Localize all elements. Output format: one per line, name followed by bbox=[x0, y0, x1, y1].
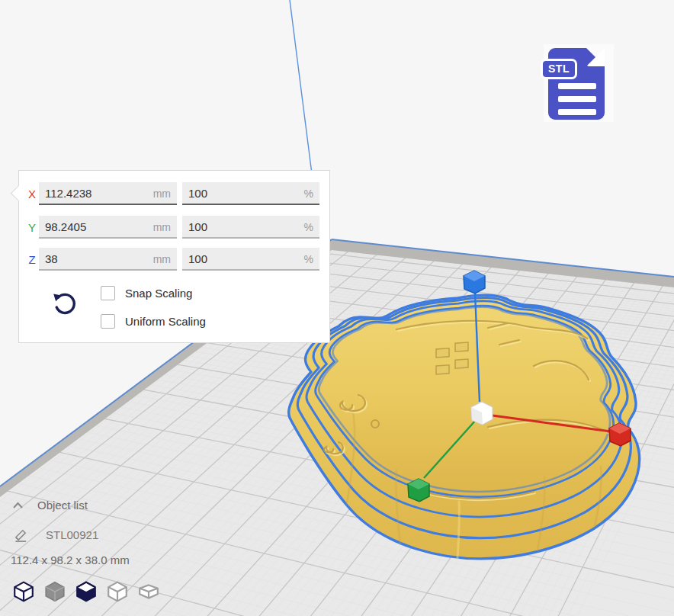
modify-settings-overlap-icon[interactable] bbox=[75, 580, 98, 603]
reset-scale-button[interactable] bbox=[51, 291, 77, 317]
scale-handle-x[interactable] bbox=[609, 423, 631, 446]
uniform-scaling-label: Uniform Scaling bbox=[125, 315, 206, 328]
normal-model-icon[interactable] bbox=[12, 580, 35, 603]
scale-y-percent-input[interactable] bbox=[188, 216, 287, 237]
object-dimensions: 112.4 x 98.2 x 38.0 mm bbox=[11, 553, 130, 566]
scale-handle-z[interactable] bbox=[464, 271, 485, 294]
print-as-support-icon[interactable] bbox=[43, 580, 66, 603]
scale-x-mm-input[interactable] bbox=[45, 182, 144, 204]
x-axis-label: X bbox=[27, 188, 37, 201]
scale-handle-center[interactable] bbox=[471, 402, 493, 425]
percent-unit-label: % bbox=[304, 221, 313, 233]
scale-row-y: Y mm % bbox=[19, 216, 329, 239]
mm-unit-label: mm bbox=[153, 221, 171, 233]
collapse-caret-icon bbox=[12, 501, 24, 510]
anti-overhang-mesh-icon[interactable] bbox=[137, 580, 160, 603]
snap-scaling-label: Snap Scaling bbox=[125, 287, 192, 300]
scale-y-mm-input[interactable] bbox=[45, 216, 144, 237]
mesh-type-toolbar bbox=[12, 580, 160, 603]
z-axis-label: Z bbox=[27, 253, 37, 266]
snap-scaling-checkbox[interactable] bbox=[101, 286, 115, 300]
scale-z-mm-input[interactable] bbox=[45, 248, 144, 269]
object-list-toggle[interactable]: Object list bbox=[12, 499, 88, 512]
mm-unit-label: mm bbox=[153, 188, 171, 200]
dont-support-overlap-icon[interactable] bbox=[106, 580, 129, 603]
object-name: STL00921 bbox=[46, 528, 98, 541]
rename-pencil-icon bbox=[14, 528, 28, 542]
mm-unit-label: mm bbox=[153, 253, 171, 265]
uniform-scaling-row: Uniform Scaling bbox=[101, 313, 206, 329]
reset-rotate-ccw-icon bbox=[51, 291, 77, 317]
scale-x-percent-input[interactable] bbox=[188, 182, 287, 204]
stl-file-icon: STL bbox=[544, 44, 614, 122]
page-fold-icon bbox=[586, 48, 605, 66]
stl-badge: STL bbox=[541, 59, 577, 79]
y-axis-label: Y bbox=[27, 221, 37, 234]
scale-tool-panel: X mm % Y mm % Z mm % Snap Scaling Unifor… bbox=[18, 170, 330, 343]
percent-unit-label: % bbox=[304, 188, 313, 200]
uniform-scaling-checkbox[interactable] bbox=[101, 314, 115, 329]
percent-unit-label: % bbox=[304, 253, 313, 265]
scale-row-x: X mm % bbox=[19, 182, 329, 205]
z-axis-guide-line bbox=[290, 0, 312, 174]
scale-handle-y[interactable] bbox=[408, 479, 429, 502]
scale-z-percent-input[interactable] bbox=[188, 248, 287, 269]
object-list-item[interactable]: STL00921 bbox=[14, 528, 98, 542]
object-list-title: Object list bbox=[37, 499, 88, 512]
snap-scaling-row: Snap Scaling bbox=[101, 285, 192, 300]
scale-row-z: Z mm % bbox=[19, 248, 329, 271]
document-icon: STL bbox=[548, 48, 605, 120]
